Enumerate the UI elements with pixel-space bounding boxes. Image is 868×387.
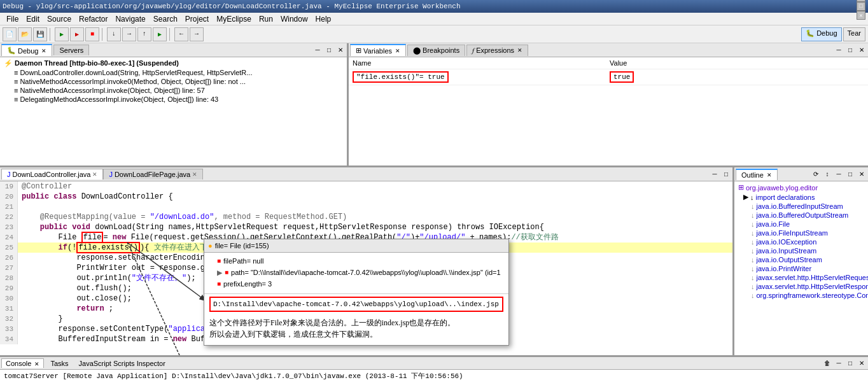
popup-expand-icon[interactable]: ▶ xyxy=(217,267,222,278)
code-line-21: 21 xyxy=(0,202,732,212)
debug-run-button[interactable]: ▶ xyxy=(70,27,84,41)
vars-table: Name Value "file.exists()"= true true xyxy=(349,57,868,85)
menu-source[interactable]: Source xyxy=(43,13,75,25)
popup-circle-icon: ● xyxy=(208,241,213,251)
maximize-outline-button[interactable]: □ xyxy=(845,169,855,179)
close-outline-button[interactable]: ✕ xyxy=(857,169,867,179)
tab-variables[interactable]: ⊞ Variables ✕ xyxy=(350,44,406,56)
vars-expression-row[interactable]: "file.exists()"= true true xyxy=(349,69,868,85)
stack-item-2[interactable]: ≡ NativeMethodAccessorImpl.invoke(Object… xyxy=(1,86,346,95)
debug-perspective-button[interactable]: 🐛 Debug xyxy=(801,27,841,41)
outline-import-7[interactable]: ↓ java.io.PrintWriter xyxy=(736,264,867,273)
run-button[interactable]: ▶ xyxy=(55,27,69,41)
menu-window[interactable]: Window xyxy=(277,13,312,25)
tab-console[interactable]: Console ✕ xyxy=(1,358,44,368)
tear-button[interactable]: Tear xyxy=(843,27,865,41)
stack-item-1[interactable]: ≡ NativeMethodAccessorImpl.invoke0(Metho… xyxy=(1,77,346,86)
menu-navigate[interactable]: Navigate xyxy=(111,13,149,25)
stack-item-0[interactable]: ≡ DownLoadController.downLoad(String, Ht… xyxy=(1,68,346,77)
step-over-button[interactable]: → xyxy=(122,27,136,41)
import-icon-1: ↓ xyxy=(751,211,755,219)
outline-import-0[interactable]: ↓ java.io.BufferedInputStream xyxy=(736,202,867,211)
step-into-button[interactable]: ↓ xyxy=(107,27,121,41)
menu-myeclipse[interactable]: MyEclipse xyxy=(213,13,255,25)
code-editor[interactable]: 19 @Controller 20 public class DownLoadC… xyxy=(0,181,732,355)
tab-js-inspector[interactable]: JavaScript Scripts Inspector xyxy=(75,359,169,368)
outline-import-1[interactable]: ↓ java.io.BufferedOutputStream xyxy=(736,211,867,220)
menu-refactor[interactable]: Refactor xyxy=(75,13,111,25)
outline-import-10[interactable]: ↓ org.springframework.stereotype.Control… xyxy=(736,291,867,300)
tab-close-debug[interactable]: ✕ xyxy=(41,48,46,54)
code-popup: ● file= File (id=155) ■ filePath= null ▶… xyxy=(204,239,509,346)
close-button[interactable]: ✕ xyxy=(857,11,865,20)
outline-sort-button[interactable]: ↕ xyxy=(822,169,832,179)
clear-console-button[interactable]: 🗑 xyxy=(822,358,832,369)
tab-servers[interactable]: Servers xyxy=(53,45,89,55)
close-editor-tab-1[interactable]: ✕ xyxy=(192,171,197,178)
tab-close-vars[interactable]: ✕ xyxy=(395,48,400,54)
tab-outline[interactable]: Outline ✕ xyxy=(736,169,778,180)
outline-import-6[interactable]: ↓ java.io.OutputStream xyxy=(736,255,867,264)
outline-import-5[interactable]: ↓ java.io.InputStream xyxy=(736,246,867,255)
close-vars-button[interactable]: ✕ xyxy=(857,45,867,55)
new-button[interactable]: 📄 xyxy=(3,27,17,41)
separator-2 xyxy=(102,28,104,41)
minimize-editor-button[interactable]: ─ xyxy=(710,169,720,179)
minimize-debug-button[interactable]: ─ xyxy=(312,45,323,55)
stack-item-3[interactable]: ≡ DelegatingMethodAccessorImpl.invoke(Ob… xyxy=(1,95,346,104)
package-icon: ⊞ xyxy=(738,183,744,192)
prev-edit-button[interactable]: ← xyxy=(174,27,188,41)
java-file-icon-2: J xyxy=(109,171,113,178)
maximize-button[interactable]: □ xyxy=(857,2,865,11)
outline-import-9[interactable]: ↓ javax.servlet.http.HttpServletResponse xyxy=(736,282,867,291)
maximize-vars-button[interactable]: □ xyxy=(845,45,855,55)
menu-run[interactable]: Run xyxy=(255,13,277,25)
menu-help[interactable]: Help xyxy=(312,13,335,25)
separator-1 xyxy=(50,28,52,41)
outline-package[interactable]: ⊞ org.javaweb.ylog.editor xyxy=(736,183,867,192)
minimize-console-button[interactable]: ─ xyxy=(834,358,844,369)
open-button[interactable]: 📂 xyxy=(18,27,32,41)
tab-download-filepage[interactable]: J DownLoadFilePage.java ✕ xyxy=(103,169,203,179)
imports-expand-icon[interactable]: ▶ xyxy=(743,193,748,201)
tab-close-expr[interactable]: ✕ xyxy=(517,47,522,53)
resume-button[interactable]: ▶ xyxy=(153,27,167,41)
close-console-button[interactable]: ✕ xyxy=(857,358,867,369)
maximize-editor-button[interactable]: □ xyxy=(721,169,731,179)
maximize-debug-button[interactable]: □ xyxy=(324,45,334,55)
menu-search[interactable]: Search xyxy=(150,13,181,25)
outline-import-8[interactable]: ↓ javax.servlet.http.HttpServletRequest xyxy=(736,273,867,282)
tab-debug[interactable]: 🐛 Debug ✕ xyxy=(1,44,52,56)
tab-breakpoints[interactable]: ⬤ Breakpoints xyxy=(407,45,465,56)
outline-sync-button[interactable]: ⟳ xyxy=(811,169,821,179)
expression-highlight: "file.exists()"= true xyxy=(353,71,449,83)
popup-row-prefix: ■ prefixLength= 3 xyxy=(209,278,503,290)
outline-imports[interactable]: ▶ ↓ import declarations xyxy=(736,192,867,202)
step-return-button[interactable]: ↑ xyxy=(137,27,151,41)
menu-edit[interactable]: Edit xyxy=(22,13,43,25)
outline-import-3[interactable]: ↓ java.io.FileInputStream xyxy=(736,229,867,237)
minimize-vars-button[interactable]: ─ xyxy=(834,45,844,55)
outline-import-4[interactable]: ↓ java.io.IOException xyxy=(736,237,867,246)
tab-tasks[interactable]: Tasks xyxy=(46,359,72,368)
menu-project[interactable]: Project xyxy=(181,13,213,25)
tab-expressions[interactable]: 𝑓 Expressions ✕ xyxy=(466,45,528,56)
outline-import-2[interactable]: ↓ java.io.File xyxy=(736,220,867,229)
close-debug-button[interactable]: ✕ xyxy=(335,45,346,55)
tab-close-outline[interactable]: ✕ xyxy=(767,172,772,178)
vars-header: Name Value xyxy=(349,57,868,69)
tab-close-console[interactable]: ✕ xyxy=(34,361,39,367)
next-edit-button[interactable]: → xyxy=(190,27,204,41)
thread-icon: ⚡ xyxy=(4,59,13,67)
tab-download-controller[interactable]: J DownLoadController.java ✕ xyxy=(1,169,103,179)
minimize-outline-button[interactable]: ─ xyxy=(834,169,844,179)
titlebar-text: Debug - ylog/src-application/org/javaweb… xyxy=(3,3,461,10)
thread-daemon[interactable]: ⚡ Daemon Thread [http-bio-80-exec-1] (Su… xyxy=(1,59,346,68)
maximize-console-button[interactable]: □ xyxy=(845,358,855,369)
vars-tabbar: ⊞ Variables ✕ ⬤ Breakpoints 𝑓 Expression… xyxy=(349,43,868,57)
close-editor-tab-0[interactable]: ✕ xyxy=(92,171,97,178)
save-button[interactable]: 💾 xyxy=(33,27,47,41)
vars-content: Name Value "file.exists()"= true true xyxy=(349,57,868,165)
menu-file[interactable]: File xyxy=(3,13,22,25)
stop-button[interactable]: ■ xyxy=(85,27,99,41)
